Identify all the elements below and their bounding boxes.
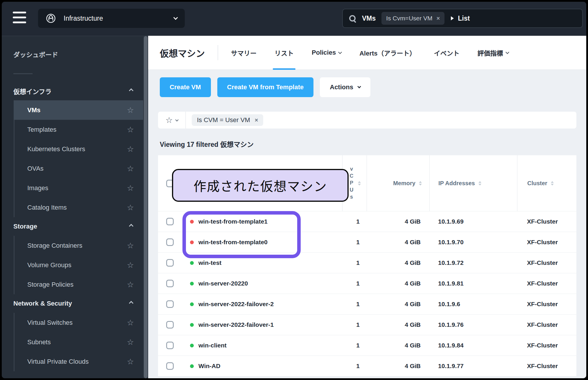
sidebar-scrollbar[interactable] [143,36,148,378]
select-all-checkbox[interactable] [166,180,174,187]
table-row[interactable]: win-server-2022-failover-2 1 4 GiB 10.1.… [158,294,576,315]
ip-cell: 10.1.9.6 [429,301,517,308]
favorite-star-icon[interactable]: ☆ [127,357,134,366]
favorite-star-icon[interactable]: ☆ [127,144,134,154]
vcpus-header-label: vCPUs [348,166,354,201]
favorite-star-icon[interactable]: ☆ [127,106,134,115]
sidebar-item-kubernetes-clusters[interactable]: Kubernetes Clusters ☆ [15,139,143,159]
actions-dropdown-button[interactable]: Actions [320,77,370,97]
search-icon [349,15,356,22]
sort-icon [478,181,481,185]
row-checkbox[interactable] [166,321,174,329]
table-row[interactable]: win-test 1 4 GiB 10.1.9.72 XF-Cluster [158,253,576,273]
vm-name-link[interactable]: win-server-2022-failover-1 [198,321,274,328]
row-checkbox[interactable] [166,300,174,308]
action-button-row: Create VM Create VM from Template Action… [158,77,576,97]
table-row[interactable]: win-test-from-template0 1 4 GiB 10.1.9.7… [158,232,576,253]
row-checkbox[interactable] [166,218,174,225]
filter-chip-close-icon[interactable]: × [255,117,258,124]
cluster-cell: XF-Cluster [517,239,576,246]
sidebar-item-label: Catalog Items [27,204,67,211]
search-filter-chip-close-icon[interactable]: × [437,15,440,22]
vm-name-link[interactable]: Win-AD [198,363,220,370]
favorite-star-icon[interactable]: ☆ [127,241,134,250]
favorite-star-icon[interactable]: ☆ [127,338,134,347]
ip-cell: 10.1.9.70 [429,239,517,246]
sidebar-item-catalog-items[interactable]: Catalog Items ☆ [15,198,143,217]
cluster-header-cell[interactable]: Cluster [517,155,576,211]
active-filter-chip[interactable]: Is CVM = User VM × [192,114,263,126]
ip-cell: 10.1.9.76 [429,321,517,328]
tab-summary[interactable]: サマリー [231,36,257,70]
memory-header-cell[interactable]: Memory [367,155,429,211]
table-row[interactable]: win-server-20220 1 4 GiB 10.1.9.81 XF-Cl… [158,273,576,294]
vm-name-link[interactable]: win-test-from-template1 [198,218,268,225]
search-filter-chip[interactable]: Is Cvm=User VM × [381,12,444,25]
row-checkbox[interactable] [166,280,174,287]
create-vm-button[interactable]: Create VM [160,77,211,97]
sidebar-section-storage[interactable]: Storage [2,217,143,236]
table-row[interactable]: Win-AD 1 4 GiB 10.1.9.77 XF-Cluster [158,356,576,377]
tab-label: リスト [275,48,294,57]
sidebar-item-subnets[interactable]: Subnets ☆ [15,332,143,352]
ip-addresses-header-cell[interactable]: IP Addresses [429,155,517,211]
sidebar-item-volume-groups[interactable]: Volume Groups ☆ [15,255,143,275]
favorite-star-icon[interactable]: ☆ [127,280,134,289]
favorite-star-icon[interactable]: ☆ [127,125,134,134]
hamburger-menu-icon[interactable] [13,12,26,23]
vm-name-link[interactable]: win-test [198,259,221,266]
vm-name-link[interactable]: win-server-20220 [198,280,248,287]
tab-metrics[interactable]: 評価指標 [478,36,509,70]
memory-cell: 4 GiB [367,342,429,349]
tab-policies[interactable]: Policies [312,36,341,70]
cluster-cell: XF-Cluster [517,363,576,370]
sidebar-scrollbar-thumb[interactable] [144,36,148,378]
vcpus-header-cell[interactable]: vCPUs [342,155,367,211]
vm-name-link[interactable]: win-server-2022-failover-2 [198,301,274,308]
sidebar-section-network-security[interactable]: Network & Security [2,294,143,313]
sidebar-item-storage-policies[interactable]: Storage Policies ☆ [15,275,143,294]
sidebar-item-vms[interactable]: VMs ☆ [14,100,143,120]
cluster-cell: XF-Cluster [517,342,576,349]
table-row[interactable]: win-server-2022-failover-1 1 4 GiB 10.1.… [158,315,576,335]
app-switcher-dropdown[interactable]: Infrastructure [38,9,185,28]
sidebar-item-images[interactable]: Images ☆ [15,178,143,198]
tab-list[interactable]: リスト [275,36,294,70]
search-entity-label: VMs [362,15,376,22]
sidebar-item-ovas[interactable]: OVAs ☆ [15,159,143,178]
sidebar-item-templates[interactable]: Templates ☆ [15,120,143,139]
chevron-down-icon [173,15,178,20]
tab-bar-divider [218,45,218,60]
vm-name-link[interactable]: win-test-from-template0 [198,239,268,246]
row-checkbox[interactable] [166,362,174,370]
vcpus-cell: 1 [342,280,367,287]
table-row[interactable]: win-client 1 4 GiB 10.1.9.84 XF-Cluster [158,335,576,356]
row-checkbox[interactable] [166,238,174,246]
sidebar-item-virtual-switches[interactable]: Virtual Switches ☆ [15,313,143,332]
row-checkbox[interactable] [166,342,174,349]
sidebar-item-label: Virtual Switches [27,319,73,327]
tab-alerts[interactable]: Alerts（アラート） [359,36,416,70]
vm-name-link[interactable]: win-client [198,342,227,349]
tab-events[interactable]: イベント [434,36,460,70]
sidebar-item-storage-containers[interactable]: Storage Containers ☆ [15,236,143,255]
vcpus-cell: 1 [342,363,367,370]
saved-filter-star-dropdown[interactable]: ☆ [158,112,186,129]
sidebar-item-dashboard[interactable]: ダッシュボード [2,45,143,63]
global-search-bar[interactable]: VMs Is Cvm=User VM × List [342,9,583,28]
memory-cell: 4 GiB [367,280,429,287]
sidebar-item-virtual-private-clouds[interactable]: Virtual Private Clouds ☆ [15,352,143,371]
create-vm-from-template-button[interactable]: Create VM from Template [217,77,314,97]
favorite-star-icon[interactable]: ☆ [127,318,134,327]
sidebar-item-label: Templates [27,126,56,133]
sidebar-item-label: Kubernetes Clusters [27,145,85,153]
favorite-star-icon[interactable]: ☆ [127,183,134,193]
row-checkbox[interactable] [166,259,174,267]
vm-status-dot [190,302,194,306]
favorite-star-icon[interactable]: ☆ [127,261,134,270]
favorite-star-icon[interactable]: ☆ [127,203,134,212]
table-row[interactable]: win-test-from-template1 1 4 GiB 10.1.9.6… [158,211,576,232]
sidebar-section-virtual-infrastructure[interactable]: 仮想インフラ [2,82,143,100]
vm-status-dot [190,240,194,244]
favorite-star-icon[interactable]: ☆ [127,164,134,173]
